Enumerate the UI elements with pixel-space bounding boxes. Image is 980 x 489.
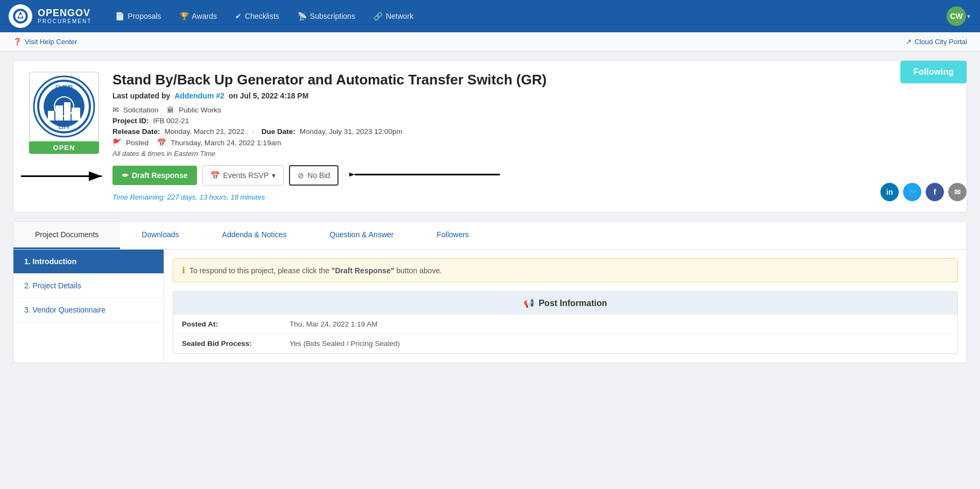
page-content: CLOUD CITY OPEN Following Stand By/Back … [0,52,980,372]
nav-items: 📄 Proposals 🏆 Awards ✔ Checklists 📡 Subs… [108,8,947,25]
meta-type: ✉ Solicitation 🏛 Public Works [112,105,954,114]
svg-rect-9 [64,102,70,121]
following-button[interactable]: Following [900,61,967,83]
post-info-card: 📢 Post Information Posted At: Thu, Mar 2… [173,291,958,354]
sidebar-item-introduction[interactable]: 1. Introduction [13,250,164,274]
twitter-icon[interactable]: 🐦 [903,183,921,201]
sidebar-navigation: 1. Introduction 2. Project Details 3. Ve… [13,250,164,363]
project-logo-image: CLOUD CITY [29,72,99,141]
sidebar-item-project-details[interactable]: 2. Project Details [13,274,164,298]
time-remaining: Time Remaining: 227 days, 13 hours, 18 m… [112,193,954,201]
meta-project-id: Project ID: IFB 002-21 [112,117,954,125]
project-title: Stand By/Back Up Generator and Automatic… [112,72,954,88]
post-info-header: 📢 Post Information [173,292,957,315]
nav-awards[interactable]: 🏆 Awards [172,8,224,25]
svg-rect-7 [48,111,54,121]
table-row: Posted At: Thu, Mar 24, 2022 1:19 AM [173,315,957,334]
logo-text: OPENGOV PROCUREMENT [38,8,91,25]
nav-subscriptions[interactable]: 📡 Subscriptions [290,8,363,25]
action-row: ✏ Draft Response 📅 Events RSVP ▾ ⊘ No Bi… [112,165,339,186]
meta-dates: Release Date: Monday, March 21, 2022 · D… [112,127,954,136]
posted-icon: 🚩 [112,138,122,147]
portal-link[interactable]: ↗ Cloud City Portal [906,38,967,46]
main-panel: ℹ To respond to this project, please cli… [164,250,967,363]
tabs-bar: Project Documents Downloads Addenda & No… [13,222,967,250]
svg-text:CLOUD: CLOUD [55,84,73,89]
top-navigation: OPENGOV PROCUREMENT 📄 Proposals 🏆 Awards… [0,0,980,32]
checklists-icon: ✔ [235,12,242,20]
breadcrumb-bar: ❓ Visit Help Center ↗ Cloud City Portal [0,32,980,52]
calendar-icon: 📅 [157,138,166,147]
nav-network[interactable]: 🔗 Network [366,8,421,25]
megaphone-icon: 📢 [524,298,534,308]
nav-checklists[interactable]: ✔ Checklists [228,8,287,25]
social-icons: in 🐦 f ✉ [880,183,967,201]
project-card: CLOUD CITY OPEN Following Stand By/Back … [13,60,967,212]
help-icon: ❓ [13,38,22,46]
project-last-updated: Last updated by Addendum #2 on Jul 5, 20… [112,91,954,100]
nav-proposals[interactable]: 📄 Proposals [108,8,168,25]
post-info-table: Posted At: Thu, Mar 24, 2022 1:19 AM Sea… [173,315,957,353]
posted-at-label: Posted At: [173,315,281,334]
facebook-icon[interactable]: f [926,183,944,201]
email-share-icon[interactable]: ✉ [948,183,967,201]
sidebar-item-vendor-questionnaire[interactable]: 3. Vendor Questionnaire [13,298,164,322]
status-badge: OPEN [29,141,99,154]
subscriptions-icon: 📡 [298,12,307,20]
help-center-link[interactable]: ❓ Visit Help Center [13,38,77,46]
tabs-section: Project Documents Downloads Addenda & No… [13,221,967,363]
tab-qa[interactable]: Question & Answer [308,222,415,249]
logo-icon [9,4,32,28]
table-row: Sealed Bid Process: Yes (Bids Sealed / P… [173,334,957,353]
tab-downloads[interactable]: Downloads [120,222,200,249]
avatar-chevron: ▼ [966,13,971,19]
draft-response-button[interactable]: ✏ Draft Response [112,166,197,185]
tab-addenda[interactable]: Addenda & Notices [201,222,308,249]
linkedin-icon[interactable]: in [880,183,899,201]
proposals-icon: 📄 [115,12,124,20]
department-icon: 🏛 [167,106,174,114]
sealed-bid-value: Yes (Bids Sealed / Pricing Sealed) [281,334,957,353]
events-rsvp-button[interactable]: 📅 Events RSVP ▾ [202,165,284,186]
meta-posted: 🚩 Posted 📅 Thursday, March 24, 2022 1:19… [112,138,954,147]
project-info: Following Stand By/Back Up Generator and… [112,72,954,201]
action-section: ✏ Draft Response 📅 Events RSVP ▾ ⊘ No Bi… [112,165,954,189]
info-box: ℹ To respond to this project, please cli… [173,258,958,282]
sealed-bid-label: Sealed Bid Process: [173,334,281,353]
awards-icon: 🏆 [180,12,189,20]
no-bid-button[interactable]: ⊘ No Bid [289,165,339,186]
info-icon: ℹ [182,265,185,275]
timezone-note: All dates & times in Eastern Time [112,150,954,158]
chevron-down-icon: ▾ [272,171,276,180]
external-link-icon: ↗ [906,38,912,46]
content-area: 1. Introduction 2. Project Details 3. Ve… [13,250,967,363]
addendum-link[interactable]: Addendum #2 [174,91,224,100]
arrow-right [349,164,500,187]
logo[interactable]: OPENGOV PROCUREMENT [9,4,91,28]
posted-at-value: Thu, Mar 24, 2022 1:19 AM [281,315,957,334]
tab-project-documents[interactable]: Project Documents [13,222,120,249]
svg-text:CITY: CITY [59,125,70,130]
arrow-left [21,166,107,189]
solicitation-icon: ✉ [112,105,119,114]
pencil-icon: ✏ [122,171,129,180]
network-icon: 🔗 [373,12,383,20]
svg-point-3 [19,15,22,18]
user-avatar[interactable]: CW [947,6,966,26]
no-bid-icon: ⊘ [298,171,304,180]
calendar-icon2: 📅 [210,171,220,180]
tab-followers[interactable]: Followers [415,222,490,249]
